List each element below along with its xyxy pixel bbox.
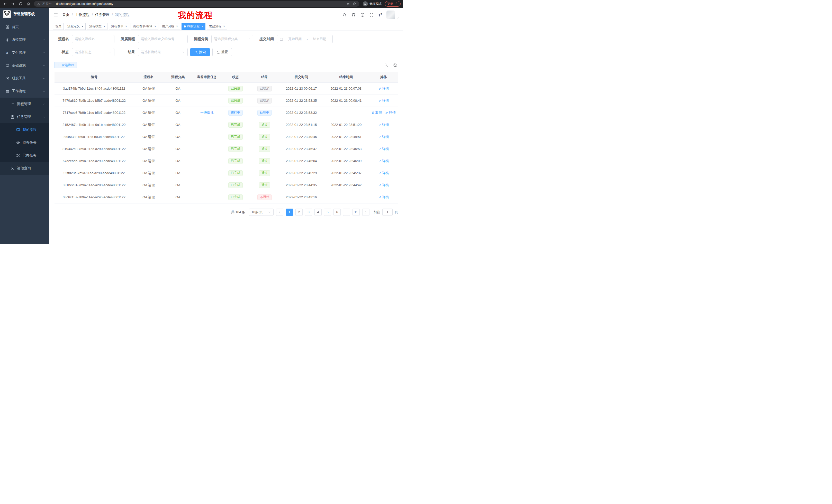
page-button-2[interactable]: 2: [295, 208, 303, 216]
cancel-link[interactable]: 取消: [371, 110, 382, 115]
close-tab-icon[interactable]: ×: [201, 25, 203, 28]
breadcrumb-item-0[interactable]: 首页: [62, 12, 70, 17]
cell-status: 已完成: [222, 191, 250, 203]
update-button[interactable]: 更新: [385, 1, 400, 7]
sidebar-item-leave-query[interactable]: 请假查询: [0, 162, 49, 175]
browser-reload-icon[interactable]: [19, 2, 23, 6]
filter-select-status[interactable]: 请选择状态: [72, 48, 114, 56]
header-search-icon[interactable]: [342, 12, 347, 17]
close-tab-icon[interactable]: ×: [81, 25, 83, 28]
browser-forward-icon[interactable]: [11, 2, 15, 6]
filter-select-result[interactable]: 请选择流结果: [138, 48, 188, 56]
github-icon[interactable]: [351, 12, 356, 17]
search-button[interactable]: 搜索: [190, 48, 210, 56]
close-tab-icon[interactable]: ×: [223, 25, 225, 28]
close-tab-icon[interactable]: ×: [103, 25, 105, 28]
detail-link[interactable]: 详情: [379, 171, 389, 175]
user-avatar[interactable]: [386, 10, 399, 19]
browser-home-icon[interactable]: [26, 2, 30, 6]
cell-current-task: [192, 119, 222, 131]
help-icon[interactable]: [360, 12, 365, 17]
tab-process-definition[interactable]: 流程定义×: [65, 23, 86, 30]
page-button-5[interactable]: 5: [324, 208, 331, 216]
close-tab-icon[interactable]: ×: [154, 25, 156, 28]
column-header: 当前审批任务: [192, 72, 222, 82]
detail-link[interactable]: 详情: [379, 147, 389, 151]
fullscreen-icon[interactable]: [369, 12, 374, 17]
tab-process-form[interactable]: 流程表单×: [109, 23, 129, 30]
edit-icon: [379, 184, 382, 187]
reset-button[interactable]: 重置: [212, 48, 232, 56]
action-label: 详情: [389, 110, 396, 115]
tab-process-form-edit[interactable]: 流程表单-编辑×: [131, 23, 158, 30]
cell-submit-time: 2022-01-22 23:43:16: [280, 191, 323, 203]
sidebar-item-done-tasks[interactable]: 已办任务: [0, 149, 49, 162]
cell-submit-time: 2022-01-23 00:06:17: [280, 82, 323, 94]
cell-actions: 详情: [369, 119, 398, 131]
current-task-link[interactable]: 一级审批: [200, 111, 214, 115]
page-button-6[interactable]: 6: [334, 208, 341, 216]
detail-link[interactable]: 详情: [379, 183, 389, 188]
sidebar-item-label: 我的流程: [23, 128, 45, 132]
filter-input-process-name[interactable]: 请输入流程名: [72, 35, 114, 43]
detail-link[interactable]: 详情: [379, 122, 389, 127]
breadcrumb-item-1[interactable]: 工作流程: [75, 12, 89, 17]
filter-input-process-definition[interactable]: 请输入流程定义的编号: [138, 35, 188, 43]
detail-link[interactable]: 详情: [379, 195, 389, 200]
sidebar-item-my-process[interactable]: 我的流程: [0, 123, 49, 136]
detail-link[interactable]: 详情: [379, 99, 389, 103]
browser-menu-dots-icon[interactable]: [395, 2, 398, 6]
filter-select-process-category[interactable]: 请选择流程分类: [211, 35, 253, 43]
sidebar-item-system[interactable]: 系统管理: [0, 33, 49, 46]
filter-daterange-submit-time[interactable]: 开始日期-结束日期: [277, 35, 333, 43]
browser-chrome: 不安全 dashboard.yudao.iocoder.cn/bpm/task/…: [0, 0, 403, 8]
page-button-3[interactable]: 3: [305, 208, 312, 216]
sidebar-item-task-management[interactable]: 任务管理: [0, 110, 49, 123]
sidebar-item-process-management[interactable]: 流程管理: [0, 97, 49, 110]
page-size-select[interactable]: 10条/页: [249, 208, 274, 216]
sidebar-item-devtools[interactable]: 研发工具: [0, 72, 49, 85]
hamburger-icon[interactable]: [53, 12, 58, 17]
page-button-11[interactable]: 11: [353, 208, 360, 216]
next-page-button[interactable]: [362, 208, 369, 216]
sidebar-item-todo-tasks[interactable]: 待办任务: [0, 136, 49, 149]
refresh-table-icon[interactable]: [393, 63, 397, 67]
password-key-icon[interactable]: [347, 2, 350, 6]
page-ellipsis[interactable]: ...: [343, 208, 350, 216]
close-tab-icon[interactable]: ×: [125, 25, 127, 28]
detail-link[interactable]: 详情: [385, 110, 396, 115]
breadcrumb-item-2[interactable]: 任务管理: [95, 12, 109, 17]
column-header: 编号: [54, 72, 134, 82]
prev-page-button[interactable]: [276, 208, 283, 216]
process-id: 67c2eaab-7b9a-11ec-a290-acde48001122: [63, 159, 126, 163]
toggle-search-icon[interactable]: [384, 63, 388, 67]
table-row: 331bc281-7b9a-11ec-a290-acde48001122OA 请…: [54, 179, 398, 191]
close-tab-icon[interactable]: ×: [176, 25, 178, 28]
tab-user-group[interactable]: 用户分组×: [160, 23, 180, 30]
sidebar-item-workflow[interactable]: 工作流程: [0, 85, 49, 97]
create-process-button[interactable]: 发起流程: [54, 62, 77, 68]
bookmark-star-icon[interactable]: [353, 2, 356, 6]
browser-back-icon[interactable]: [3, 2, 7, 6]
page-button-4[interactable]: 4: [314, 208, 322, 216]
tab-home[interactable]: 首页: [53, 23, 64, 30]
tab-process-model[interactable]: 流程模型×: [87, 23, 107, 30]
goto-page-input[interactable]: 1: [382, 208, 393, 216]
reset-button-label: 重置: [221, 50, 228, 54]
detail-link[interactable]: 详情: [379, 159, 389, 163]
app-logo[interactable]: 芋道管理系统: [0, 8, 49, 21]
sidebar-item-payment[interactable]: ¥支付管理: [0, 46, 49, 59]
tab-my-process[interactable]: 我的流程×: [182, 23, 205, 30]
font-size-icon[interactable]: TT: [378, 13, 382, 17]
sidebar-item-label: 系统管理: [12, 37, 40, 42]
address-bar[interactable]: 不安全 dashboard.yudao.iocoder.cn/bpm/task/…: [34, 1, 359, 7]
cell-result: 通过: [250, 155, 280, 167]
detail-link[interactable]: 详情: [379, 86, 389, 91]
sidebar-item-infrastructure[interactable]: 基础设施: [0, 59, 49, 72]
tab-start-process[interactable]: 发起流程×: [207, 23, 227, 30]
sidebar-item-home[interactable]: 首页: [0, 21, 49, 33]
chevron-down-icon: [43, 51, 45, 54]
detail-link[interactable]: 详情: [379, 135, 389, 139]
page-button-1[interactable]: 1: [286, 208, 293, 216]
goto-unit: 页: [395, 210, 398, 215]
